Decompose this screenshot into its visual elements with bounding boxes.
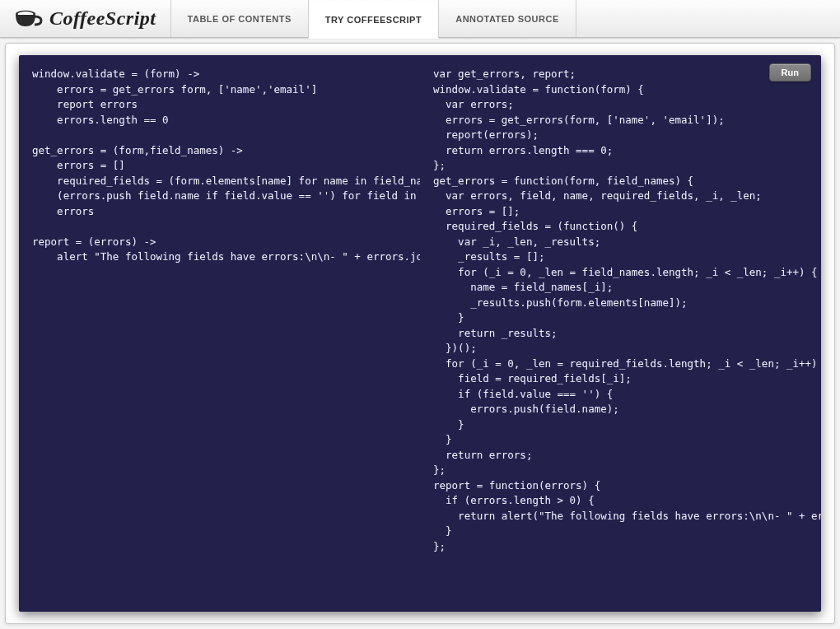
javascript-output-pane: var get_errors, report; window.validate … — [420, 55, 821, 612]
tab-try-coffeescript[interactable]: TRY COFFEESCRIPT — [308, 1, 439, 39]
run-button[interactable]: Run — [769, 63, 811, 82]
try-coffeescript-overlay: Run window.validate = (form) -> errors =… — [19, 55, 821, 612]
tab-table-of-contents[interactable]: TABLE OF CONTENTS — [170, 0, 309, 37]
nav-tabs: TABLE OF CONTENTS TRY COFFEESCRIPT ANNOT… — [171, 0, 576, 37]
brand-area: CoffeeScript — [0, 0, 171, 37]
coffeescript-input-pane[interactable]: window.validate = (form) -> errors = get… — [19, 55, 420, 612]
tab-annotated-source[interactable]: ANNOTATED SOURCE — [438, 0, 576, 37]
top-toolbar: CoffeeScript TABLE OF CONTENTS TRY COFFE… — [0, 0, 840, 38]
coffee-cup-icon — [13, 7, 43, 31]
content-area: CoffeeScript is a little language that c… — [5, 43, 835, 624]
brand-title: CoffeeScript — [49, 7, 156, 30]
